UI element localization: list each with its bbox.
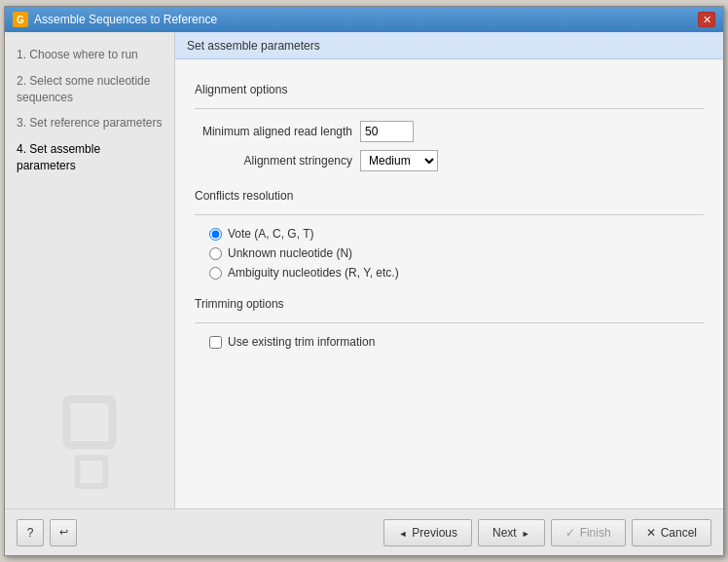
- conflicts-label: Conflicts resolution: [195, 189, 704, 203]
- alignment-options-label: Alignment options: [195, 83, 704, 96]
- sidebar-item-step3[interactable]: 3. Set reference parameters: [13, 110, 166, 136]
- finish-label: Finish: [580, 526, 611, 540]
- cancel-x-icon: [646, 526, 656, 540]
- panel-header-title: Set assemble parameters: [187, 39, 320, 53]
- app-icon: G: [13, 12, 28, 27]
- trimming-label: Trimming options: [195, 297, 704, 311]
- conflict-option-vote: Vote (A, C, G, T): [209, 227, 704, 241]
- footer-left-buttons: ? ↩: [17, 519, 77, 546]
- next-arrow-icon: [522, 526, 530, 540]
- window-title: Assemble Sequences to Reference: [34, 13, 217, 26]
- trim-checkbox[interactable]: [209, 336, 222, 349]
- help-label: ?: [27, 526, 34, 540]
- previous-arrow-icon: [398, 526, 407, 540]
- min-aligned-row: Minimum aligned read length: [195, 121, 704, 142]
- back-button[interactable]: ↩: [50, 519, 77, 546]
- conflict-radio-group: Vote (A, C, G, T) Unknown nucleotide (N)…: [209, 227, 704, 280]
- sidebar-item-step4[interactable]: 4. Set assemble parameters: [13, 136, 166, 179]
- cancel-button[interactable]: Cancel: [632, 519, 711, 546]
- min-aligned-input[interactable]: [360, 121, 414, 142]
- trim-checkbox-row: Use existing trim information: [209, 335, 704, 349]
- sidebar: 1. Choose where to run 2. Select some nu…: [5, 32, 175, 508]
- finish-button[interactable]: Finish: [551, 519, 626, 546]
- alignment-stringency-row: Alignment stringency Low Medium High: [195, 150, 704, 171]
- sidebar-item-step1[interactable]: 1. Choose where to run: [13, 42, 166, 68]
- finish-check-icon: [565, 526, 575, 540]
- min-aligned-label: Minimum aligned read length: [195, 125, 360, 138]
- conflict-option-ambiguity: Ambiguity nucleotides (R, Y, etc.): [209, 266, 704, 280]
- titlebar: G Assemble Sequences to Reference ✕: [5, 7, 723, 32]
- previous-label: Previous: [412, 526, 457, 540]
- panel-body: Alignment options Minimum aligned read l…: [175, 59, 723, 508]
- alignment-stringency-select[interactable]: Low Medium High: [360, 150, 438, 171]
- conflict-option-unknown: Unknown nucleotide (N): [209, 246, 704, 260]
- undo-icon: ↩: [59, 526, 68, 539]
- watermark-small-shape: [75, 455, 109, 489]
- previous-button[interactable]: Previous: [383, 519, 472, 546]
- trim-label: Use existing trim information: [228, 335, 375, 349]
- close-button[interactable]: ✕: [698, 12, 715, 27]
- conflict-label-vote: Vote (A, C, G, T): [228, 227, 313, 241]
- content-area: 1. Choose where to run 2. Select some nu…: [5, 32, 723, 508]
- divider-conflicts: [195, 214, 704, 215]
- next-button[interactable]: Next: [478, 519, 545, 546]
- watermark: [63, 395, 117, 489]
- conflict-label-unknown: Unknown nucleotide (N): [228, 246, 352, 260]
- watermark-big-shape: [63, 395, 117, 449]
- divider-alignment: [195, 108, 704, 109]
- main-panel: Set assemble parameters Alignment option…: [175, 32, 723, 508]
- conflict-radio-vote[interactable]: [209, 228, 222, 241]
- sidebar-item-step2[interactable]: 2. Select some nucleotide sequences: [13, 68, 166, 111]
- help-button[interactable]: ?: [17, 519, 44, 546]
- next-label: Next: [492, 526, 517, 540]
- cancel-label: Cancel: [661, 526, 697, 540]
- titlebar-left: G Assemble Sequences to Reference: [13, 12, 217, 27]
- footer: ? ↩ Previous Next Finish Cancel: [5, 508, 723, 555]
- conflict-label-ambiguity: Ambiguity nucleotides (R, Y, etc.): [228, 266, 399, 280]
- footer-right-buttons: Previous Next Finish Cancel: [383, 519, 711, 546]
- conflict-radio-ambiguity[interactable]: [209, 267, 222, 280]
- main-window: G Assemble Sequences to Reference ✕ 1. C…: [4, 6, 724, 556]
- alignment-stringency-label: Alignment stringency: [195, 154, 360, 168]
- divider-trimming: [195, 322, 704, 323]
- conflict-radio-unknown[interactable]: [209, 247, 222, 260]
- panel-header: Set assemble parameters: [175, 32, 723, 59]
